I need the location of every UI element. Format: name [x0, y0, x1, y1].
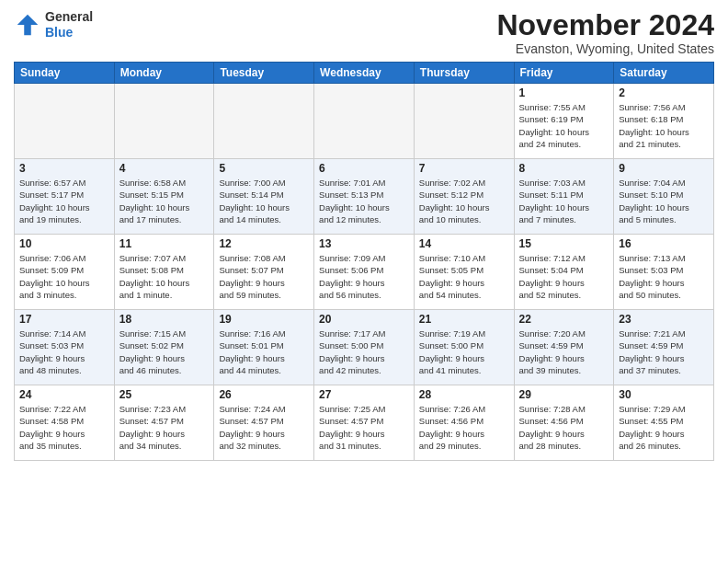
- day-cell-3-0: 17Sunrise: 7:14 AM Sunset: 5:03 PM Dayli…: [15, 310, 115, 385]
- header-thursday: Thursday: [414, 63, 514, 84]
- day-info: Sunrise: 7:13 AM Sunset: 5:03 PM Dayligh…: [619, 252, 709, 301]
- day-number: 28: [419, 388, 509, 401]
- day-cell-2-2: 12Sunrise: 7:08 AM Sunset: 5:07 PM Dayli…: [214, 235, 314, 310]
- day-number: 9: [619, 162, 709, 175]
- logo: General Blue: [14, 9, 93, 40]
- day-cell-1-2: 5Sunrise: 7:00 AM Sunset: 5:14 PM Daylig…: [214, 159, 314, 235]
- header-sunday: Sunday: [15, 63, 115, 84]
- day-info: Sunrise: 7:06 AM Sunset: 5:09 PM Dayligh…: [19, 252, 109, 301]
- day-cell-2-1: 11Sunrise: 7:07 AM Sunset: 5:08 PM Dayli…: [114, 235, 214, 310]
- day-number: 23: [619, 313, 709, 326]
- logo-icon: [14, 11, 41, 39]
- day-info: Sunrise: 7:24 AM Sunset: 4:57 PM Dayligh…: [219, 403, 309, 452]
- week-row-5: 24Sunrise: 7:22 AM Sunset: 4:58 PM Dayli…: [15, 385, 714, 461]
- day-info: Sunrise: 7:29 AM Sunset: 4:55 PM Dayligh…: [619, 403, 709, 452]
- day-cell-0-0: [15, 84, 115, 159]
- day-cell-2-5: 15Sunrise: 7:12 AM Sunset: 5:04 PM Dayli…: [514, 235, 614, 310]
- day-info: Sunrise: 7:08 AM Sunset: 5:07 PM Dayligh…: [219, 252, 309, 301]
- day-cell-1-4: 7Sunrise: 7:02 AM Sunset: 5:12 PM Daylig…: [414, 159, 514, 235]
- day-number: 20: [319, 313, 409, 326]
- day-number: 7: [419, 162, 509, 175]
- header-wednesday: Wednesday: [314, 63, 415, 84]
- day-number: 22: [519, 313, 609, 326]
- day-cell-1-5: 8Sunrise: 7:03 AM Sunset: 5:11 PM Daylig…: [514, 159, 614, 235]
- header-friday: Friday: [514, 63, 614, 84]
- day-info: Sunrise: 7:56 AM Sunset: 6:18 PM Dayligh…: [619, 101, 709, 150]
- day-info: Sunrise: 7:25 AM Sunset: 4:57 PM Dayligh…: [319, 403, 409, 452]
- header: General Blue November 2024 Evanston, Wyo…: [14, 9, 714, 56]
- day-info: Sunrise: 7:00 AM Sunset: 5:14 PM Dayligh…: [219, 177, 309, 225]
- day-cell-2-6: 16Sunrise: 7:13 AM Sunset: 5:03 PM Dayli…: [614, 235, 714, 310]
- day-number: 16: [619, 237, 709, 250]
- day-info: Sunrise: 7:17 AM Sunset: 5:00 PM Dayligh…: [319, 327, 409, 376]
- page: General Blue November 2024 Evanston, Wyo…: [0, 0, 728, 563]
- day-cell-2-3: 13Sunrise: 7:09 AM Sunset: 5:06 PM Dayli…: [314, 235, 415, 310]
- day-cell-1-0: 3Sunrise: 6:57 AM Sunset: 5:17 PM Daylig…: [15, 159, 115, 235]
- day-cell-3-6: 23Sunrise: 7:21 AM Sunset: 4:59 PM Dayli…: [614, 310, 714, 385]
- week-row-4: 17Sunrise: 7:14 AM Sunset: 5:03 PM Dayli…: [15, 310, 714, 385]
- day-info: Sunrise: 7:28 AM Sunset: 4:56 PM Dayligh…: [519, 403, 609, 452]
- day-number: 4: [119, 162, 210, 175]
- day-cell-4-0: 24Sunrise: 7:22 AM Sunset: 4:58 PM Dayli…: [15, 385, 115, 461]
- logo-blue: Blue: [45, 25, 93, 40]
- day-info: Sunrise: 7:19 AM Sunset: 5:00 PM Dayligh…: [419, 327, 509, 376]
- day-number: 19: [219, 313, 309, 326]
- day-cell-3-5: 22Sunrise: 7:20 AM Sunset: 4:59 PM Dayli…: [514, 310, 614, 385]
- day-info: Sunrise: 7:26 AM Sunset: 4:56 PM Dayligh…: [419, 403, 509, 452]
- location: Evanston, Wyoming, United States: [496, 41, 714, 56]
- day-cell-0-1: [114, 84, 214, 159]
- day-number: 29: [519, 388, 609, 401]
- day-number: 21: [419, 313, 509, 326]
- day-cell-4-5: 29Sunrise: 7:28 AM Sunset: 4:56 PM Dayli…: [514, 385, 614, 461]
- day-number: 10: [19, 237, 109, 250]
- day-cell-4-3: 27Sunrise: 7:25 AM Sunset: 4:57 PM Dayli…: [314, 385, 415, 461]
- day-number: 27: [319, 388, 409, 401]
- day-info: Sunrise: 7:09 AM Sunset: 5:06 PM Dayligh…: [319, 252, 409, 301]
- title-section: November 2024 Evanston, Wyoming, United …: [496, 9, 714, 56]
- day-info: Sunrise: 7:07 AM Sunset: 5:08 PM Dayligh…: [119, 252, 210, 301]
- header-saturday: Saturday: [614, 63, 714, 84]
- header-tuesday: Tuesday: [214, 63, 314, 84]
- day-cell-3-3: 20Sunrise: 7:17 AM Sunset: 5:00 PM Dayli…: [314, 310, 415, 385]
- day-info: Sunrise: 7:55 AM Sunset: 6:19 PM Dayligh…: [519, 101, 609, 150]
- day-number: 24: [19, 388, 109, 401]
- day-info: Sunrise: 6:58 AM Sunset: 5:15 PM Dayligh…: [119, 177, 210, 225]
- day-info: Sunrise: 7:21 AM Sunset: 4:59 PM Dayligh…: [619, 327, 709, 376]
- day-cell-4-1: 25Sunrise: 7:23 AM Sunset: 4:57 PM Dayli…: [114, 385, 214, 461]
- week-row-2: 3Sunrise: 6:57 AM Sunset: 5:17 PM Daylig…: [15, 159, 714, 235]
- logo-general: General: [45, 9, 93, 25]
- day-number: 6: [319, 162, 409, 175]
- day-number: 1: [519, 86, 609, 99]
- day-info: Sunrise: 7:03 AM Sunset: 5:11 PM Dayligh…: [519, 177, 609, 225]
- day-info: Sunrise: 7:02 AM Sunset: 5:12 PM Dayligh…: [419, 177, 509, 225]
- month-title: November 2024: [496, 9, 714, 41]
- day-cell-3-4: 21Sunrise: 7:19 AM Sunset: 5:00 PM Dayli…: [414, 310, 514, 385]
- day-info: Sunrise: 7:20 AM Sunset: 4:59 PM Dayligh…: [519, 327, 609, 376]
- day-number: 30: [619, 388, 709, 401]
- day-cell-0-2: [214, 84, 314, 159]
- day-info: Sunrise: 7:23 AM Sunset: 4:57 PM Dayligh…: [119, 403, 210, 452]
- day-cell-1-1: 4Sunrise: 6:58 AM Sunset: 5:15 PM Daylig…: [114, 159, 214, 235]
- day-number: 8: [519, 162, 609, 175]
- day-number: 18: [119, 313, 210, 326]
- calendar: Sunday Monday Tuesday Wednesday Thursday…: [14, 62, 714, 461]
- day-cell-2-4: 14Sunrise: 7:10 AM Sunset: 5:05 PM Dayli…: [414, 235, 514, 310]
- day-info: Sunrise: 7:14 AM Sunset: 5:03 PM Dayligh…: [19, 327, 109, 376]
- day-cell-4-6: 30Sunrise: 7:29 AM Sunset: 4:55 PM Dayli…: [614, 385, 714, 461]
- weekday-header-row: Sunday Monday Tuesday Wednesday Thursday…: [15, 63, 714, 84]
- day-number: 14: [419, 237, 509, 250]
- day-cell-0-4: [414, 84, 514, 159]
- day-cell-3-2: 19Sunrise: 7:16 AM Sunset: 5:01 PM Dayli…: [214, 310, 314, 385]
- week-row-1: 1Sunrise: 7:55 AM Sunset: 6:19 PM Daylig…: [15, 84, 714, 159]
- day-cell-0-3: [314, 84, 415, 159]
- day-number: 13: [319, 237, 409, 250]
- header-monday: Monday: [114, 63, 214, 84]
- day-cell-2-0: 10Sunrise: 7:06 AM Sunset: 5:09 PM Dayli…: [15, 235, 115, 310]
- svg-marker-0: [17, 15, 39, 36]
- day-number: 11: [119, 237, 210, 250]
- day-cell-0-5: 1Sunrise: 7:55 AM Sunset: 6:19 PM Daylig…: [514, 84, 614, 159]
- day-info: Sunrise: 7:10 AM Sunset: 5:05 PM Dayligh…: [419, 252, 509, 301]
- day-info: Sunrise: 7:15 AM Sunset: 5:02 PM Dayligh…: [119, 327, 210, 376]
- day-cell-4-2: 26Sunrise: 7:24 AM Sunset: 4:57 PM Dayli…: [214, 385, 314, 461]
- day-info: Sunrise: 7:12 AM Sunset: 5:04 PM Dayligh…: [519, 252, 609, 301]
